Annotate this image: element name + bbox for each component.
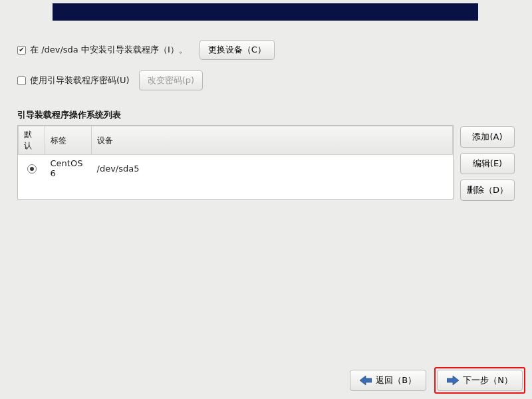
svg-marker-1 [447, 376, 459, 385]
table-row[interactable]: CentOS 6 /dev/sda5 [19, 155, 453, 182]
next-button[interactable]: 下一步（N） [437, 370, 523, 391]
col-default[interactable]: 默认 [19, 126, 45, 155]
os-list-title: 引导装载程序操作系统列表 [17, 109, 515, 121]
use-bootloader-password-checkbox[interactable] [17, 76, 26, 85]
row-label: CentOS 6 [45, 155, 92, 182]
next-highlight: 下一步（N） [434, 367, 525, 394]
os-list-table[interactable]: 默认 标签 设备 CentOS 6 /dev/sda5 [17, 125, 454, 200]
install-bootloader-checkbox[interactable]: ✔ [17, 46, 26, 55]
back-button[interactable]: 返回（B） [350, 370, 426, 391]
use-bootloader-password-label: 使用引导装载程序密码(U) [30, 74, 130, 86]
col-label[interactable]: 标签 [45, 126, 92, 155]
arrow-left-icon [360, 376, 372, 385]
back-label: 返回（B） [376, 374, 416, 386]
delete-button[interactable]: 删除（D） [460, 180, 515, 201]
table-header-row: 默认 标签 设备 [19, 126, 453, 155]
change-device-button[interactable]: 更换设备（C） [200, 40, 275, 60]
row-device: /dev/sda5 [92, 155, 453, 182]
next-label: 下一步（N） [463, 374, 513, 386]
default-radio[interactable] [27, 164, 37, 174]
edit-button[interactable]: 编辑(E) [460, 153, 515, 174]
change-password-button: 改变密码(p) [139, 70, 203, 90]
arrow-right-icon [447, 376, 459, 385]
add-button[interactable]: 添加(A) [460, 126, 515, 148]
svg-marker-0 [360, 376, 372, 385]
install-bootloader-label: 在 /dev/sda 中安装引导装载程序（I）。 [30, 44, 188, 56]
footer-bar: 返回（B） 下一步（N） [0, 362, 532, 399]
header-banner [53, 3, 478, 21]
col-device[interactable]: 设备 [92, 126, 453, 155]
